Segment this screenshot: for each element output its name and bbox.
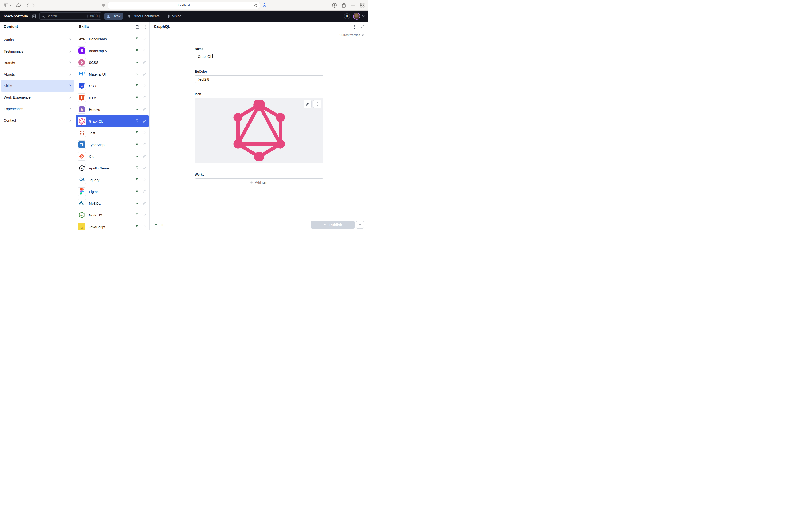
edit-pencil-icon[interactable] (142, 225, 146, 229)
publish-status-icon[interactable] (135, 131, 139, 135)
back-button[interactable] (26, 3, 29, 7)
content-list: Works Testimonials Brands Abouts Skills … (0, 32, 75, 126)
edit-image-button[interactable] (304, 100, 312, 108)
edit-pencil-icon[interactable] (142, 155, 146, 158)
edit-pencil-icon[interactable] (142, 178, 146, 182)
edit-pencil-icon[interactable] (142, 108, 146, 111)
publish-status-icon[interactable] (135, 190, 139, 194)
tab-desk[interactable]: Desk (104, 13, 123, 20)
image-menu-kebab-button[interactable] (313, 100, 321, 108)
skill-list-item-bootstrap-5[interactable]: B Bootstrap 5 (76, 45, 149, 57)
skill-list-item-handlebars[interactable]: Handlebars (76, 33, 149, 45)
edit-pencil-icon[interactable] (142, 84, 146, 88)
avatar[interactable] (353, 13, 360, 20)
skill-list-item-graphql[interactable]: GraphQL (76, 115, 149, 127)
chevron-down-icon[interactable] (362, 15, 365, 17)
sidebar-toggle-icon[interactable] (4, 3, 11, 7)
extension-shield-icon[interactable] (262, 3, 267, 7)
browser-chrome: localhost (0, 0, 368, 10)
edit-pencil-icon[interactable] (142, 202, 146, 205)
publish-status-icon[interactable] (135, 178, 139, 182)
version-selector[interactable]: Current version (339, 33, 364, 37)
skill-list-item-material-ui[interactable]: Material UI (76, 68, 149, 80)
sidebar-item-brands[interactable]: Brands (1, 57, 74, 68)
tab-overview-icon[interactable] (360, 3, 365, 7)
publish-status-icon[interactable] (135, 61, 139, 64)
publish-status-icon[interactable] (135, 108, 139, 111)
edit-pencil-icon[interactable] (142, 213, 146, 217)
skill-list-item-mysql[interactable]: MySQL (76, 198, 149, 209)
skill-thumbnail: TS (78, 140, 86, 149)
edit-pencil-icon[interactable] (142, 61, 146, 64)
edit-pencil-icon[interactable] (142, 143, 146, 147)
edit-pencil-icon[interactable] (142, 49, 146, 53)
create-skill-icon[interactable] (135, 25, 140, 29)
skill-list-item-node-js[interactable]: JS Node JS (76, 209, 149, 221)
skills-menu-kebab-icon[interactable] (145, 25, 146, 29)
reload-icon[interactable] (254, 4, 257, 7)
publish-status-icon[interactable] (135, 49, 139, 53)
icon-image-preview[interactable] (195, 98, 323, 163)
skill-list-item-css[interactable]: 3 CSS (76, 80, 149, 92)
close-icon[interactable] (361, 25, 364, 29)
address-bar[interactable]: localhost (108, 2, 260, 9)
skill-list-item-scss[interactable]: S SCSS (76, 57, 149, 68)
publish-menu-chevron-button[interactable] (356, 221, 364, 229)
sidebar-item-works[interactable]: Works (1, 34, 74, 46)
publish-status-icon[interactable] (135, 166, 139, 170)
skill-thumbnail: B (78, 47, 86, 55)
publish-status-icon[interactable] (135, 202, 139, 205)
publish-status-icon[interactable] (135, 84, 139, 88)
publish-status-icon[interactable] (135, 155, 139, 158)
sidebar-item-contact[interactable]: Contact (1, 115, 74, 126)
sidebar-item-work-experience[interactable]: Work Experience (1, 92, 74, 103)
edit-pencil-icon[interactable] (142, 72, 146, 76)
sort-arrows-icon (127, 14, 131, 18)
add-item-button[interactable]: Add item (195, 178, 323, 186)
skill-list-item-heroku[interactable]: h Heroku (76, 104, 149, 115)
skill-list-item-git[interactable]: Git (76, 151, 149, 162)
sidebar-item-skills[interactable]: Skills (1, 80, 74, 92)
skill-list-item-apollo-server[interactable]: A Apollo Server (76, 162, 149, 174)
privacy-shield-icon[interactable] (102, 3, 105, 7)
share-icon[interactable] (342, 3, 346, 8)
skill-list-item-jquery[interactable]: Jquery (76, 174, 149, 186)
search-input[interactable]: Search CMD K (40, 12, 101, 20)
edit-pencil-icon[interactable] (142, 96, 146, 100)
document-menu-kebab-icon[interactable] (354, 25, 355, 29)
javascript-logo-icon: JS (79, 223, 85, 230)
skill-list-item-javascript[interactable]: JS JavaScript (76, 221, 149, 230)
skill-list-item-typescript[interactable]: TS TypeScript (76, 139, 149, 151)
tab-vision[interactable]: Vision (164, 13, 184, 20)
publish-button[interactable]: Publish (311, 221, 355, 229)
bgcolor-input[interactable]: #edf2f8 (195, 75, 323, 83)
tab-order-documents[interactable]: Order Documents (124, 13, 162, 20)
sidebar-item-testimonials[interactable]: Testimonials (1, 46, 74, 57)
skill-list-item-jest[interactable]: Jest (76, 127, 149, 139)
skill-list-item-html[interactable]: 5 HTML (76, 92, 149, 104)
edit-pencil-icon[interactable] (142, 166, 146, 170)
new-document-icon[interactable] (32, 14, 37, 18)
publish-status-icon[interactable] (135, 225, 139, 229)
edit-pencil-icon[interactable] (142, 37, 146, 41)
skill-list-item-figma[interactable]: Figma (76, 186, 149, 198)
publish-status-icon[interactable] (135, 37, 139, 41)
publish-status-icon[interactable] (135, 213, 139, 217)
changes-badge[interactable]: 0 (344, 13, 350, 19)
forward-button[interactable] (32, 3, 35, 7)
downloads-icon[interactable] (332, 3, 337, 8)
sidebar-item-experiences[interactable]: Experiences (1, 103, 74, 115)
navbar-divider (340, 13, 341, 19)
cloud-tabs-icon[interactable] (16, 3, 21, 7)
git-logo-icon (79, 153, 85, 160)
edit-pencil-icon[interactable] (142, 190, 146, 193)
name-input[interactable]: GraphQL (195, 53, 323, 60)
publish-status-icon[interactable] (135, 119, 139, 123)
new-tab-icon[interactable] (351, 3, 355, 7)
publish-status-icon[interactable] (135, 143, 139, 147)
publish-status-icon[interactable] (135, 72, 139, 76)
edit-pencil-icon[interactable] (142, 119, 146, 123)
edit-pencil-icon[interactable] (142, 131, 146, 135)
sidebar-item-abouts[interactable]: Abouts (1, 68, 74, 80)
publish-status-icon[interactable] (135, 96, 139, 100)
